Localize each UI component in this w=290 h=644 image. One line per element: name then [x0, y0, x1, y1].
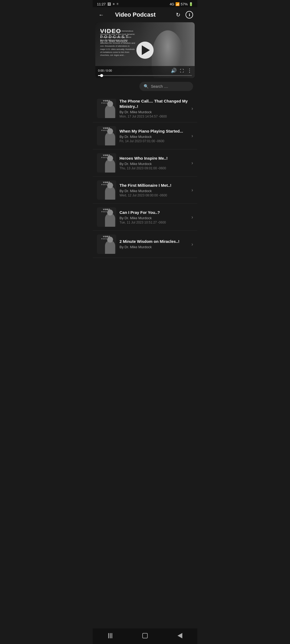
episode-item-4[interactable]: VIDEOPODCAST Can I Pray For You..? By Dr… — [93, 204, 197, 231]
episode-thumb-2: VIDEOPODCAST — [97, 153, 116, 173]
battery-icon: 🔋 — [189, 2, 193, 6]
episode-author-1: By Dr. Mike Murdock — [119, 135, 188, 139]
episode-title-3: The First Millionaire I Met..! — [119, 183, 188, 188]
episode-info-5: 2 Minute Wisdom on Miracles..! By Dr. Mi… — [119, 239, 188, 250]
time-display: 0:00 / 0:00 — [98, 69, 112, 72]
search-icon: 🔍 — [144, 84, 149, 89]
episode-date-4: Tue, 11 Jul 2023 10:51:27 -0600 — [119, 221, 188, 224]
page-title: Video Podcast — [97, 11, 174, 18]
episode-item-5[interactable]: VIDEOPODCAST 2 Minute Wisdom on Miracles… — [93, 231, 197, 258]
video-progress-bar[interactable] — [98, 75, 192, 76]
photo-icon: 🖼 — [107, 2, 111, 6]
status-bar: 11:27 🖼 ✳ ⠿ 4G 📶 57% 🔋 — [93, 0, 197, 7]
info-button[interactable]: ℹ — [186, 11, 193, 19]
video-time-bar: 0:00 / 0:00 🔊 ⛶ ⋮ — [98, 68, 192, 74]
play-button[interactable] — [136, 42, 154, 59]
episode-item-0[interactable]: VIDEOPODCAST The Phone Call.... That Cha… — [93, 95, 197, 122]
episode-author-2: By Dr. Mike Murdock — [119, 162, 188, 166]
episode-date-0: Mon, 17 Jul 2023 14:54:57 -0600 — [119, 115, 188, 118]
thumb-face-3 — [105, 186, 115, 200]
top-bar: ← Video Podcast ↻ ℹ — [93, 7, 197, 22]
volume-icon[interactable]: 🔊 — [171, 68, 177, 74]
video-controls: 0:00 / 0:00 🔊 ⛶ ⋮ — [95, 66, 195, 78]
episode-title-5: 2 Minute Wisdom on Miracles..! — [119, 239, 188, 244]
episode-title-2: Heroes Who Inspire Me..! — [119, 156, 188, 161]
battery-label: 57% — [181, 2, 188, 6]
status-left: 11:27 🖼 ✳ ⠿ — [97, 2, 118, 6]
fullscreen-icon[interactable]: ⛶ — [180, 68, 184, 73]
thumb-face-1 — [105, 132, 115, 145]
thumb-face-5 — [105, 240, 115, 254]
episode-info-3: The First Millionaire I Met..! By Dr. Mi… — [119, 183, 188, 197]
chevron-icon-1: › — [191, 133, 193, 139]
episode-info-4: Can I Pray For You..? By Dr. Mike Murdoc… — [119, 210, 188, 225]
episode-title-0: The Phone Call.... That Changed My Minis… — [119, 98, 188, 109]
episode-date-2: Thu, 13 Jul 2023 09:01:00 -0600 — [119, 166, 188, 170]
episode-author-4: By Dr. Mike Murdock — [119, 216, 188, 220]
chevron-icon-4: › — [191, 214, 193, 220]
episode-info-1: When My Piano Playing Started... By Dr. … — [119, 129, 188, 143]
header-actions: ↻ ℹ — [174, 10, 193, 19]
episode-author-0: By Dr. Mike Murdock — [119, 110, 188, 114]
signal-icon: 📶 — [175, 2, 180, 6]
video-description: Dr. Mike Murdock is in tremendous demand… — [100, 30, 135, 57]
episode-thumb-1: VIDEOPODCAST — [97, 126, 116, 145]
thumb-face-0 — [105, 105, 115, 118]
thumb-face-2 — [105, 159, 115, 173]
episode-item-3[interactable]: VIDEOPODCAST The First Millionaire I Met… — [93, 177, 197, 204]
episode-item-1[interactable]: VIDEOPODCAST When My Piano Playing Start… — [93, 122, 197, 149]
episode-thumb-3: VIDEOPODCAST — [97, 180, 116, 200]
search-bar[interactable]: 🔍 Search .... — [139, 82, 193, 91]
video-player: VIDEO PODCAST By Dr. Mike Murdock Dr. Mi… — [95, 22, 195, 78]
chevron-icon-5: › — [191, 241, 193, 247]
thumb-face-4 — [105, 213, 115, 227]
episode-date-3: Wed, 12 Jul 2023 08:00:00 -0600 — [119, 193, 188, 197]
episode-author-3: By Dr. Mike Murdock — [119, 189, 188, 193]
episode-info-0: The Phone Call.... That Changed My Minis… — [119, 98, 188, 118]
episode-thumb-0: VIDEOPODCAST — [97, 99, 116, 118]
search-placeholder: Search .... — [151, 84, 168, 89]
chevron-icon-0: › — [191, 106, 193, 111]
status-right: 4G 📶 57% 🔋 — [170, 2, 193, 6]
episode-list: VIDEOPODCAST The Phone Call.... That Cha… — [93, 92, 197, 261]
episode-info-2: Heroes Who Inspire Me..! By Dr. Mike Mur… — [119, 156, 188, 170]
chevron-icon-3: › — [191, 187, 193, 193]
episode-item-2[interactable]: VIDEOPODCAST Heroes Who Inspire Me..! By… — [93, 149, 197, 177]
video-action-icons: 🔊 ⛶ ⋮ — [171, 68, 192, 74]
dots-icon: ⠿ — [117, 3, 118, 6]
episode-title-4: Can I Pray For You..? — [119, 210, 188, 215]
episode-thumb-4: VIDEOPODCAST — [97, 207, 116, 227]
episode-author-5: By Dr. Mike Murdock — [119, 245, 188, 249]
time-display: 11:27 — [97, 2, 106, 6]
chevron-icon-2: › — [191, 160, 193, 166]
antenna-icon: ✳ — [113, 2, 115, 6]
episode-title-1: When My Piano Playing Started... — [119, 129, 188, 134]
more-options-icon[interactable]: ⋮ — [187, 68, 192, 74]
network-label: 4G — [170, 2, 174, 6]
video-progress-fill — [98, 75, 102, 76]
episode-date-1: Fri, 14 Jul 2023 07:01:00 -0600 — [119, 139, 188, 143]
refresh-button[interactable]: ↻ — [174, 10, 182, 19]
episode-thumb-5: VIDEOPODCAST — [97, 235, 116, 254]
play-triangle-icon — [142, 45, 150, 55]
search-container: 🔍 Search .... — [93, 78, 197, 92]
progress-dot — [100, 74, 103, 77]
